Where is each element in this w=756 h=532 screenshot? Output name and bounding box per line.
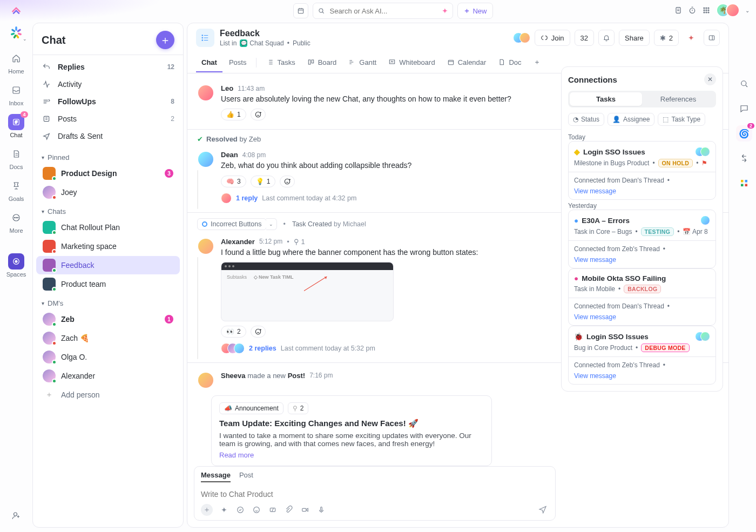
workspace-logo[interactable]: ⌄ — [9, 25, 24, 40]
post-card[interactable]: 📣Announcement⚲2Team Update: Exciting Cha… — [211, 395, 492, 466]
chat-item-zach-[interactable]: Zach 🍕 — [36, 329, 180, 347]
new-button[interactable]: ＋New — [457, 3, 492, 19]
nav-replies[interactable]: Replies12 — [33, 58, 183, 76]
avatar[interactable] — [197, 238, 214, 255]
chat-item-feedback[interactable]: Feedback — [36, 256, 180, 274]
rr-comment-icon[interactable] — [736, 100, 752, 117]
close-icon[interactable]: ✕ — [704, 73, 716, 85]
ai-spark-icon[interactable]: ✦ — [683, 30, 699, 46]
notifications-icon[interactable] — [598, 30, 615, 46]
user-avatars[interactable]: 🌴 — [716, 3, 740, 17]
filter-assignee[interactable]: 👤Assignee — [608, 113, 654, 126]
rail-chat[interactable]: #Chat4 — [3, 110, 29, 142]
reaction[interactable]: 👍1 — [221, 109, 246, 120]
assignee-avatars[interactable] — [695, 332, 710, 341]
rail-docs[interactable]: Docs — [3, 142, 29, 174]
composer-input[interactable] — [201, 486, 549, 503]
message-author[interactable]: Dean — [221, 151, 238, 159]
view-tab-tasks[interactable]: Tasks — [261, 53, 300, 72]
new-chat-button[interactable]: ＋ — [156, 31, 174, 49]
view-tab-calendar[interactable]: Calendar — [442, 53, 492, 72]
send-button[interactable] — [538, 504, 549, 515]
rail-home[interactable]: Home — [3, 46, 29, 78]
rail-more[interactable]: More — [3, 206, 29, 238]
add-reaction-icon[interactable] — [280, 176, 295, 187]
message-author[interactable]: Alexander — [221, 238, 255, 246]
view-tab-board[interactable]: Board — [302, 53, 342, 72]
join-button[interactable]: Join — [535, 30, 570, 46]
composer-tab-message[interactable]: Message — [201, 471, 231, 482]
connections-tab-references[interactable]: References — [642, 92, 714, 106]
chat-item-chat-rollout-plan[interactable]: Chat Rollout Plan — [36, 218, 180, 237]
filter-status[interactable]: ◔Status — [568, 113, 604, 126]
rr-grid-icon[interactable] — [736, 175, 752, 191]
filter-task-type[interactable]: ⬚Task Type — [658, 113, 705, 126]
chat-item-joey[interactable]: Joey — [36, 183, 180, 201]
add-reaction-icon[interactable] — [251, 326, 266, 338]
read-more-link[interactable]: Read more — [219, 451, 254, 459]
assignee-avatars[interactable] — [700, 216, 710, 225]
section-chats[interactable]: ▾Chats — [33, 202, 183, 218]
chat-item-olga-o-[interactable]: Olga O. — [36, 348, 180, 366]
invite-person-button[interactable] — [3, 507, 29, 524]
member-count[interactable]: 32 — [575, 30, 594, 46]
reaction[interactable]: 💡1 — [251, 176, 276, 187]
nav-followups[interactable]: FollowUps8 — [33, 93, 183, 110]
connections-tab-tasks[interactable]: Tasks — [570, 92, 642, 106]
view-tab-whiteboard[interactable]: Whiteboard — [383, 53, 440, 72]
rail-inbox[interactable]: Inbox — [3, 78, 29, 110]
timer-icon[interactable] — [688, 6, 697, 15]
rail-spaces[interactable]: Spaces — [3, 250, 29, 281]
nav-drafts[interactable]: Drafts & Sent — [33, 127, 183, 145]
view-tab-doc[interactable]: Doc — [492, 53, 526, 72]
section-dms[interactable]: ▾DM's — [33, 294, 183, 309]
rail-goals[interactable]: Goals — [3, 174, 29, 206]
rr-ai-icon[interactable]: 🌀 2 — [736, 125, 752, 142]
composer-tab-post[interactable]: Post — [239, 471, 253, 482]
ai-count[interactable]: ✱2 — [654, 30, 679, 46]
section-pinned[interactable]: ▾Pinned — [33, 148, 183, 164]
panel-toggle-icon[interactable] — [704, 30, 720, 46]
chat-item-marketing-space[interactable]: Marketing space — [36, 237, 180, 255]
participants-avatars[interactable] — [513, 32, 530, 43]
chat-item-alexander[interactable]: Alexander — [36, 367, 180, 385]
clickup-icon[interactable] — [11, 4, 22, 15]
composer-attach-icon[interactable] — [284, 505, 294, 515]
share-button[interactable]: Share — [619, 30, 650, 46]
nav-posts[interactable]: Posts2 — [33, 110, 183, 127]
composer-video-icon[interactable] — [300, 505, 310, 515]
reaction[interactable]: 👀2 — [221, 326, 246, 338]
avatar[interactable] — [197, 84, 214, 102]
composer-mic-icon[interactable] — [316, 505, 326, 515]
calendar-button[interactable] — [293, 3, 308, 18]
view-tab-gantt[interactable]: Gantt — [343, 53, 382, 72]
view-message-link[interactable]: View message — [574, 372, 616, 380]
apps-icon[interactable] — [702, 6, 711, 15]
message-author[interactable]: Leo — [221, 84, 233, 92]
composer-plus-icon[interactable]: ＋ — [201, 504, 213, 516]
clipboard-icon[interactable] — [674, 6, 683, 15]
view-tab-posts[interactable]: Posts — [224, 53, 252, 72]
connection-card[interactable]: 🐞Login SSO Issues Bug in Core Product•DE… — [568, 326, 716, 385]
connection-card[interactable]: ◆Login SSO Issues Milestone in Bugs Prod… — [568, 141, 716, 200]
image-attachment[interactable]: Subtasks ◇ New Task TIML — [221, 262, 394, 321]
composer-task-icon[interactable] — [235, 505, 245, 515]
view-message-link[interactable]: View message — [574, 313, 616, 321]
chat-item-product-team[interactable]: Product team — [36, 275, 180, 293]
connection-card[interactable]: ●E30A – Errors Task in Core – Bugs•TESTI… — [568, 210, 716, 268]
connection-card[interactable]: ●Mobile Okta SSO Failing Task in Mobile•… — [568, 268, 716, 326]
rr-search-icon[interactable] — [736, 76, 752, 92]
composer-ai-icon[interactable]: ✦ — [219, 505, 229, 515]
view-message-link[interactable]: View message — [574, 187, 616, 195]
add-reaction-icon[interactable] — [251, 109, 266, 120]
view-message-link[interactable]: View message — [574, 256, 616, 264]
chevron-down-icon[interactable]: ⌄ — [745, 8, 750, 14]
rr-swap-icon[interactable] — [736, 150, 752, 166]
chat-item-zeb[interactable]: Zeb1 — [36, 310, 180, 328]
nav-activity[interactable]: Activity — [33, 76, 183, 93]
reaction[interactable]: 🧠3 — [221, 176, 246, 187]
add-view-button[interactable]: ＋ — [528, 52, 546, 73]
assignee-avatars[interactable] — [695, 147, 710, 157]
squad-chip[interactable]: 💬Chat Squad — [240, 39, 284, 47]
view-tab-chat[interactable]: Chat — [196, 53, 222, 72]
